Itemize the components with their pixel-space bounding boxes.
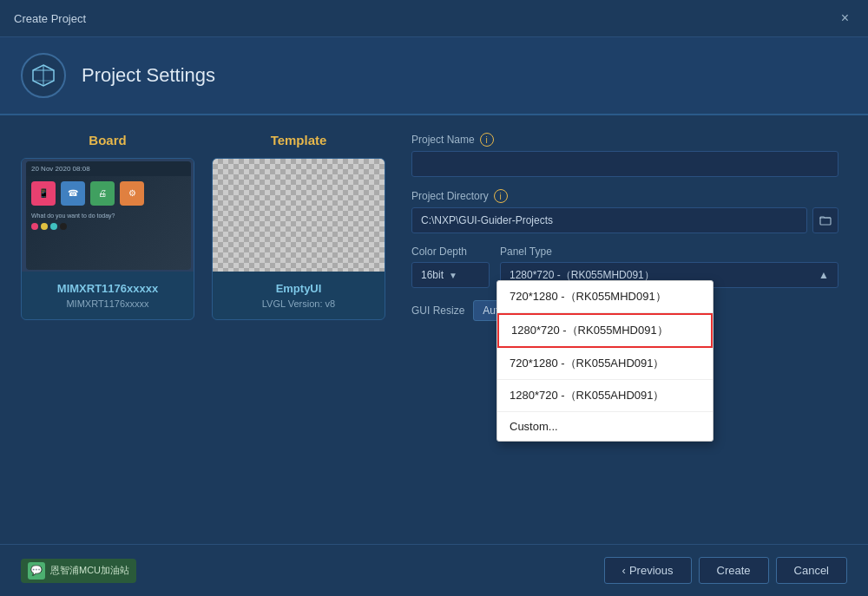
cancel-button[interactable]: Cancel: [776, 557, 847, 584]
project-dir-row: [411, 207, 838, 233]
mini-icon-3: 🖨: [90, 181, 115, 206]
create-project-dialog: Create Project × Project Settings Board: [0, 0, 868, 596]
project-name-info-icon[interactable]: i: [480, 133, 494, 147]
project-dir-browse-button[interactable]: [812, 207, 838, 233]
template-card[interactable]: EmptyUI LVGL Version: v8: [212, 158, 385, 320]
panel-type-dropdown: 720*1280 -（RK055MHD091）1280*720 -（RK055M…: [496, 280, 713, 442]
project-dir-label: Project Directory: [411, 190, 489, 202]
project-dir-info-icon[interactable]: i: [494, 189, 508, 203]
dropdown-item-4[interactable]: Custom...: [497, 412, 713, 441]
dot-pink: [31, 223, 38, 230]
cube-icon: [30, 62, 56, 88]
project-name-group: Project Name i: [411, 133, 838, 177]
close-button[interactable]: ×: [836, 9, 854, 28]
dropdown-item-3[interactable]: 1280*720 -（RK055AHD091）: [497, 380, 713, 412]
footer-watermark: 💬 恩智浦MCU加油站: [21, 559, 136, 583]
color-depth-value: 16bit: [421, 269, 444, 281]
folder-icon: [819, 214, 832, 226]
project-name-input[interactable]: [411, 151, 838, 177]
board-preview-icons: 📱 ☎ 🖨 ⚙: [26, 176, 191, 211]
panel-type-arrow-icon: ▲: [819, 269, 829, 281]
template-card-info: EmptyUI LVGL Version: v8: [213, 272, 385, 319]
window-title: Create Project: [14, 12, 86, 25]
dropdown-item-1[interactable]: 1280*720 -（RK055MHD091）: [497, 313, 713, 348]
header-title: Project Settings: [82, 64, 215, 87]
project-name-label: Project Name: [411, 134, 475, 146]
color-depth-arrow-icon: ▼: [449, 271, 457, 280]
board-section-label: Board: [89, 133, 126, 147]
dialog-footer: 💬 恩智浦MCU加油站 ‹ Previous Create Cancel: [0, 544, 868, 596]
project-dir-group: Project Directory i: [411, 189, 838, 233]
template-section: Template EmptyUI LVGL Version: v8: [212, 133, 385, 527]
board-card-name: MIMXRT1176xxxxx: [30, 282, 185, 295]
color-depth-col: Color Depth 16bit ▼: [411, 246, 490, 288]
wechat-text: 恩智浦MCU加油站: [50, 564, 129, 577]
board-card-info: MIMXRT1176xxxxx MIMXRT1176xxxxx: [22, 272, 194, 319]
board-preview: 20 Nov 2020 08:08 📱 ☎ 🖨 ⚙ What do you wa…: [26, 161, 191, 270]
checker-bg: [213, 159, 385, 272]
board-preview-header: 20 Nov 2020 08:08: [26, 161, 191, 176]
template-section-label: Template: [271, 133, 327, 147]
footer-buttons: ‹ Previous Create Cancel: [604, 557, 847, 584]
mini-icon-1: 📱: [31, 181, 56, 206]
board-card-sub: MIMXRT1176xxxxx: [30, 298, 185, 309]
prev-label: Previous: [629, 564, 674, 577]
main-content: Board 20 Nov 2020 08:08 📱 ☎ 🖨 ⚙: [0, 115, 868, 544]
left-panel: Board 20 Nov 2020 08:08 📱 ☎ 🖨 ⚙: [21, 133, 385, 527]
board-section: Board 20 Nov 2020 08:08 📱 ☎ 🖨 ⚙: [21, 133, 194, 527]
color-depth-label: Color Depth: [411, 246, 490, 258]
previous-button[interactable]: ‹ Previous: [604, 557, 692, 584]
dropdown-item-2[interactable]: 720*1280 -（RK055AHD091）: [497, 348, 713, 380]
template-card-sub: LVGL Version: v8: [221, 298, 376, 309]
title-bar: Create Project ×: [0, 0, 868, 37]
wechat-badge: 💬 恩智浦MCU加油站: [21, 559, 136, 583]
color-depth-select[interactable]: 16bit ▼: [411, 262, 490, 288]
template-image: [213, 159, 385, 272]
header-icon: [21, 53, 66, 98]
template-card-name: EmptyUI: [221, 282, 376, 295]
project-dir-input[interactable]: [411, 207, 807, 233]
gui-resize-label: GUI Resize: [411, 305, 464, 317]
dot-yellow: [41, 223, 48, 230]
dropdown-item-0[interactable]: 720*1280 -（RK055MHD091）: [497, 281, 713, 313]
project-name-label-row: Project Name i: [411, 133, 838, 147]
dialog-header: Project Settings: [0, 37, 868, 115]
right-panel: Project Name i Project Directory i: [385, 133, 847, 527]
color-dots: [26, 220, 191, 233]
board-card[interactable]: 20 Nov 2020 08:08 📱 ☎ 🖨 ⚙ What do you wa…: [21, 158, 194, 320]
dot-black: [60, 223, 67, 230]
svg-rect-4: [820, 218, 831, 225]
dot-cyan: [50, 223, 57, 230]
mini-icon-4: ⚙: [120, 181, 144, 206]
mini-icon-2: ☎: [61, 181, 85, 206]
create-button[interactable]: Create: [699, 557, 769, 584]
project-dir-label-row: Project Directory i: [411, 189, 838, 203]
board-preview-text: What do you want to do today?: [26, 211, 191, 220]
wechat-icon: 💬: [28, 562, 45, 580]
board-image: 20 Nov 2020 08:08 📱 ☎ 🖨 ⚙ What do you wa…: [22, 159, 194, 272]
prev-arrow-icon: ‹: [622, 564, 626, 577]
panel-type-label: Panel Type: [500, 246, 838, 258]
